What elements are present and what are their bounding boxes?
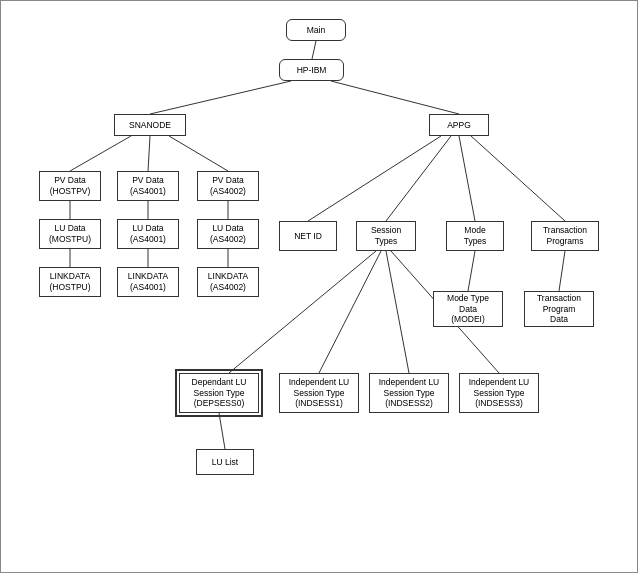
svg-line-3 (70, 136, 131, 171)
svg-line-15 (471, 136, 565, 221)
node-lu_list: LU List (196, 449, 254, 475)
svg-line-1 (150, 81, 291, 114)
node-mode_type_data: Mode Type Data (MODEI) (433, 291, 503, 327)
node-linkdata_as4001: LINKDATA (AS4001) (117, 267, 179, 297)
node-pvdata_as4001: PV Data (AS4001) (117, 171, 179, 201)
node-snanode: SNANODE (114, 114, 186, 136)
svg-line-14 (459, 136, 475, 221)
node-linkdata_as4002: LINKDATA (AS4002) (197, 267, 259, 297)
node-netid: NET ID (279, 221, 337, 251)
node-ludata_as4002: LU Data (AS4002) (197, 219, 259, 249)
svg-line-0 (312, 41, 316, 59)
node-hpibm: HP-IBM (279, 59, 344, 81)
node-ludata_hostpu: LU Data (MOSTPU) (39, 219, 101, 249)
node-ind_lu_session2: Independent LU Session Type (INDSESS2) (369, 373, 449, 413)
node-ind_lu_session1: Independent LU Session Type (INDSESS1) (279, 373, 359, 413)
svg-line-16 (468, 251, 475, 291)
svg-line-5 (169, 136, 228, 171)
node-mode_types: Mode Types (446, 221, 504, 251)
svg-line-12 (308, 136, 441, 221)
node-pvdata_hostpv: PV Data (HOSTPV) (39, 171, 101, 201)
node-session_types: Session Types (356, 221, 416, 251)
node-appg: APPG (429, 114, 489, 136)
node-ludata_as4001: LU Data (AS4001) (117, 219, 179, 249)
node-transaction_programs: Transaction Programs (531, 221, 599, 251)
node-ind_lu_session3: Independent LU Session Type (INDSESS3) (459, 373, 539, 413)
node-main: Main (286, 19, 346, 41)
svg-line-20 (386, 251, 409, 373)
node-transaction_program_data: Transaction Program Data (524, 291, 594, 327)
svg-line-13 (386, 136, 451, 221)
svg-line-4 (148, 136, 150, 171)
node-dep_lu_session: Dependant LU Session Type (DEPSESS0) (179, 373, 259, 413)
svg-line-19 (319, 251, 381, 373)
svg-line-17 (559, 251, 565, 291)
diagram: MainHP-IBMSNANODEAPPGPV Data (HOSTPV)PV … (0, 0, 638, 573)
node-pvdata_as4002: PV Data (AS4002) (197, 171, 259, 201)
svg-line-2 (331, 81, 459, 114)
node-linkdata_hostpu: LINKDATA (HOSTPU) (39, 267, 101, 297)
svg-line-22 (219, 413, 225, 449)
